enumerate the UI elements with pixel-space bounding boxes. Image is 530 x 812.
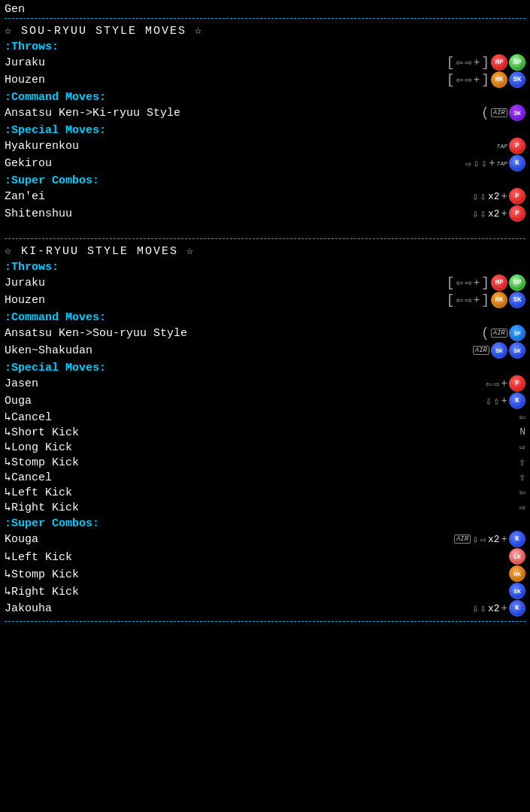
table-row: ↳Cancel ⇧ — [5, 470, 525, 484]
table-row: Gekirou ⇨ ⇩ ⇩ + TAP K — [5, 155, 525, 171]
gen-title: Gen — [5, 3, 525, 16]
table-row: Kouga AIR ⇩ ⇨ x2 + K — [5, 531, 525, 547]
super-header-sou: :Super Combos: — [5, 174, 525, 187]
table-row: Houzen [ ⇦ ⇨ + ] HK SK — [5, 292, 525, 308]
table-row: ↳Right Kick SK — [5, 583, 525, 599]
table-row: Juraku [ ⇦ ⇨ + ] HP SP — [5, 274, 525, 291]
throws-header-sou: :Throws: — [5, 41, 525, 53]
table-row: Jakouha ⇩ ⇩ x2 + K — [5, 600, 525, 617]
table-row: ↳Short Kick N — [5, 425, 525, 439]
mid-divider — [5, 238, 525, 239]
table-row: Jasen ⇦ ⇨ + P — [5, 375, 525, 392]
command-header-sou: :Command Moves: — [5, 91, 525, 104]
table-row: Zan'ei ⇩ ⇩ x2 + P — [5, 188, 525, 205]
super-header-ki: :Super Combos: — [5, 517, 525, 530]
table-row: Houzen [ ⇦ ⇨ + ] HK SK — [5, 71, 525, 88]
table-row: ↳Cancel ⇦ — [5, 410, 525, 424]
throws-header-ki: :Throws: — [5, 261, 525, 274]
special-header-ki: :Special Moves: — [5, 362, 525, 374]
table-row: ↳Left Kick LK — [5, 548, 525, 565]
table-row: ↳Stomp Kick ⇧ — [5, 455, 525, 469]
table-row: Hyakurenkou TAP P — [5, 138, 525, 154]
table-row: ↳Stomp Kick HK — [5, 565, 525, 582]
table-row: Shitenshuu ⇩ ⇩ x2 + P — [5, 205, 525, 222]
table-row: Ansatsu Ken->Sou-ryuu Style ( AIR 3P — [5, 325, 525, 341]
command-header-ki: :Command Moves: — [5, 311, 525, 324]
sou-ryuu-header: ☆ SOU-RYUU STYLE MOVES ☆ — [5, 23, 525, 38]
table-row: Juraku [ ⇦ ⇨ + ] HP SP — [5, 54, 525, 71]
table-row: ↳Right Kick ⇨ — [5, 500, 525, 514]
top-divider — [5, 18, 525, 19]
bottom-divider — [5, 621, 525, 622]
table-row: ↳Long Kick ⇨ — [5, 440, 525, 454]
table-row: ↳Left Kick ⇦ — [5, 485, 525, 499]
special-header-sou: :Special Moves: — [5, 124, 525, 137]
table-row: Ouga ⇩ ⇧ + K — [5, 392, 525, 409]
table-row: Ansatsu Ken->Ki-ryuu Style ( AIR 3K — [5, 105, 525, 121]
table-row: Uken~Shakudan AIR SK SK — [5, 342, 525, 359]
ki-ryuu-header: ☆ KI-RYUU STYLE MOVES ☆ — [5, 244, 525, 258]
